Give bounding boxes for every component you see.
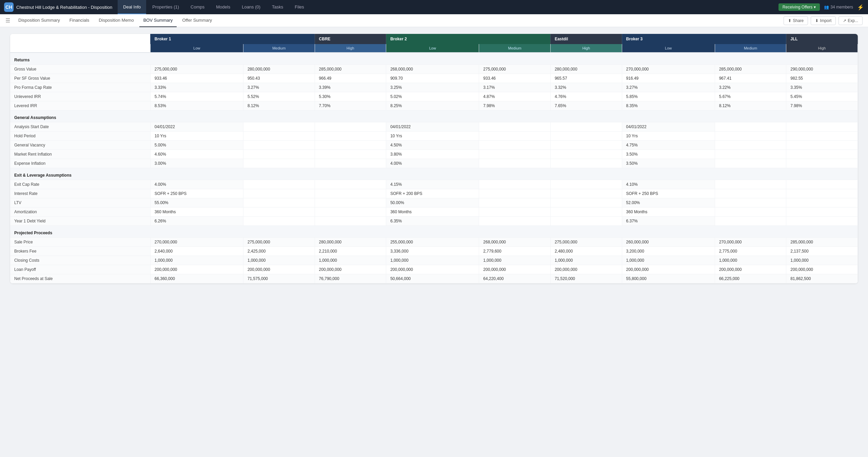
cell-value: 04/01/2022: [386, 122, 479, 132]
th-empty-label: [10, 34, 150, 44]
row-label: Per SF Gross Value: [10, 74, 150, 83]
row-label: Sale Price: [10, 238, 150, 247]
hamburger-icon[interactable]: ☰: [5, 17, 10, 24]
sub-nav-disposition-memo[interactable]: Disposition Memo: [95, 14, 138, 27]
cell-value: 3.35%: [786, 83, 858, 92]
cell-value: 200,000,000: [622, 265, 715, 274]
cell-value: 3.22%: [715, 83, 786, 92]
cell-value: 2,480,000: [550, 247, 622, 256]
cell-value: 4.00%: [150, 180, 243, 189]
cell-value: 982.55: [786, 74, 858, 83]
th-eastdil: Eastdil: [550, 34, 622, 44]
sub-nav-disposition-summary[interactable]: Disposition Summary: [14, 14, 64, 27]
cell-value: 4.50%: [386, 141, 479, 150]
nav-tab-deal-info[interactable]: Deal Info: [118, 0, 146, 14]
cell-value: 967.41: [715, 74, 786, 83]
cell-value: [243, 198, 315, 207]
cell-value: 3.50%: [622, 159, 715, 168]
nav-tab-loans[interactable]: Loans (0): [236, 0, 266, 14]
cell-value: 275,000,000: [479, 65, 551, 74]
cell-value: 04/01/2022: [622, 122, 715, 132]
cell-value: 1,000,000: [386, 256, 479, 265]
main-content: Broker 1 CBRE Broker 2 Eastdil Broker 3 …: [0, 27, 868, 290]
row-label: Gross Value: [10, 65, 150, 74]
cell-value: [786, 198, 858, 207]
import-button[interactable]: ⬇ Import: [811, 16, 836, 25]
cell-value: [315, 122, 386, 132]
sub-nav-offer-summary[interactable]: Offer Summary: [178, 14, 216, 27]
cell-value: [315, 198, 386, 207]
cell-value: [243, 132, 315, 141]
cell-value: [479, 198, 551, 207]
nav-tabs: Deal Info Properties (1) Comps Models Lo…: [118, 0, 776, 14]
row-label: Levered IRR: [10, 101, 150, 111]
cell-value: 200,000,000: [715, 265, 786, 274]
cell-value: [315, 180, 386, 189]
cell-value: 1,000,000: [622, 256, 715, 265]
cell-value: [715, 141, 786, 150]
row-label: LTV: [10, 198, 150, 207]
row-label: General Vacancy: [10, 141, 150, 150]
sub-nav-bov-summary[interactable]: BOV Summary: [139, 14, 177, 27]
members-badge[interactable]: 👥 34 members: [824, 5, 853, 9]
th-b1-medium: Medium: [243, 44, 315, 53]
share-icon: ⬆: [788, 18, 791, 23]
deal-title: Chestnut Hill Lodge & Rehabilitation - D…: [16, 5, 112, 10]
nav-tab-files[interactable]: Files: [289, 0, 309, 14]
cell-value: [479, 159, 551, 168]
cell-value: 1,000,000: [479, 256, 551, 265]
cell-value: 255,000,000: [386, 238, 479, 247]
cell-value: 275,000,000: [550, 238, 622, 247]
top-nav: CH Chestnut Hill Lodge & Rehabilitation …: [0, 0, 868, 14]
cell-value: 260,000,000: [622, 238, 715, 247]
cell-value: 965.57: [550, 74, 622, 83]
share-button[interactable]: ⬆ Share: [784, 16, 808, 25]
cell-value: 360 Months: [622, 207, 715, 217]
cell-value: [715, 122, 786, 132]
cell-value: 50,664,000: [386, 274, 479, 283]
th-b1-low: Low: [150, 44, 243, 53]
th-b2-medium: Medium: [479, 44, 551, 53]
cell-value: 5.45%: [786, 92, 858, 101]
cell-value: 6.37%: [622, 217, 715, 226]
table-row: Per SF Gross Value933.46950.43966.49909.…: [10, 74, 858, 83]
th-jll: JLL: [786, 34, 858, 44]
cell-value: [786, 150, 858, 159]
receiving-offers-button[interactable]: Receiving Offers ▾: [778, 3, 820, 11]
cell-value: [550, 150, 622, 159]
sub-nav-financials[interactable]: Financials: [65, 14, 94, 27]
cell-value: 66,225,000: [715, 274, 786, 283]
cell-value: 3.32%: [550, 83, 622, 92]
cell-value: 3.27%: [243, 83, 315, 92]
sub-nav-actions: ⬆ Share ⬇ Import ↗ Exp...: [784, 16, 863, 25]
cell-value: 8.12%: [715, 101, 786, 111]
cell-value: 50.00%: [386, 198, 479, 207]
row-label: Analysis Start Date: [10, 122, 150, 132]
cell-value: 2,779,600: [479, 247, 551, 256]
th-b2-high: High: [550, 44, 622, 53]
nav-tab-comps[interactable]: Comps: [185, 0, 210, 14]
nav-tab-tasks[interactable]: Tasks: [267, 0, 289, 14]
section-header-row: Projected Proceeds: [10, 226, 858, 238]
cell-value: 280,000,000: [315, 238, 386, 247]
cell-value: 4.10%: [622, 180, 715, 189]
activity-icon[interactable]: ⚡: [857, 4, 864, 11]
table-row: Expense Inflation3.00%4.00%3.50%: [10, 159, 858, 168]
nav-tab-properties[interactable]: Properties (1): [147, 0, 184, 14]
cell-value: [243, 159, 315, 168]
cell-value: [786, 189, 858, 198]
th-b3-low: Low: [622, 44, 715, 53]
cell-value: 280,000,000: [243, 65, 315, 74]
cell-value: 76,790,000: [315, 274, 386, 283]
cell-value: [715, 207, 786, 217]
nav-tab-models[interactable]: Models: [211, 0, 236, 14]
cell-value: 270,000,000: [150, 238, 243, 247]
table-row: Amortization360 Months360 Months360 Mont…: [10, 207, 858, 217]
table-row: Year 1 Debt Yield6.26%6.35%6.37%: [10, 217, 858, 226]
export-button[interactable]: ↗ Exp...: [839, 16, 863, 25]
cell-value: [550, 207, 622, 217]
section-title: Returns: [10, 53, 858, 65]
cell-value: 4.60%: [150, 150, 243, 159]
cell-value: 52.00%: [622, 198, 715, 207]
cell-value: 2,425,000: [243, 247, 315, 256]
